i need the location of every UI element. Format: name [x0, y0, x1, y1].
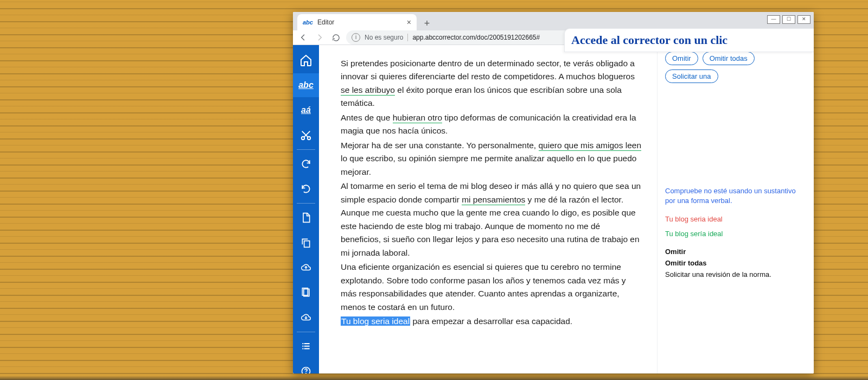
app-root: abc aá Si pretendes posicionarte dentro …: [293, 45, 814, 373]
tab-close-button[interactable]: ×: [407, 18, 411, 27]
svg-point-13: [305, 373, 306, 374]
suggestions-panel: Omitir Omitir todas Solicitar una Compru…: [657, 45, 814, 373]
app-sidebar: abc aá: [293, 45, 319, 373]
action-request-review[interactable]: Solicitar una revisión de la norma.: [665, 270, 806, 278]
insecure-label: No es seguro: [365, 34, 403, 41]
panel-hint: Compruebe no esté usando un sustantivo p…: [665, 186, 806, 205]
text: Antes de que: [341, 113, 393, 122]
svg-point-1: [302, 137, 305, 140]
nav-forward-button[interactable]: [314, 31, 326, 43]
suggestion-original[interactable]: Tu blog seria ideal: [665, 215, 806, 223]
svg-rect-6: [302, 343, 303, 344]
svg-rect-8: [302, 346, 303, 347]
sidebar-divider: [297, 149, 315, 150]
sidebar-help-icon[interactable]: [293, 359, 319, 373]
window-minimize-button[interactable]: —: [767, 15, 780, 24]
sidebar-paste-icon[interactable]: [293, 281, 319, 305]
url-separator: [407, 34, 408, 41]
url-text: app.abccorrector.com/doc/2005191202665#: [412, 34, 540, 41]
chip-omit-all[interactable]: Omitir todas: [703, 52, 755, 65]
sidebar-redo-icon[interactable]: [293, 177, 319, 201]
window-maximize-button[interactable]: ☐: [782, 15, 795, 24]
sidebar-cut-icon[interactable]: [293, 123, 319, 147]
text: Mejorar ha de ser una constante. Yo pers…: [341, 141, 539, 150]
paragraph-4[interactable]: Al tomarme en serio el tema de mi blog d…: [341, 180, 642, 259]
chip-omit[interactable]: Omitir: [665, 52, 698, 65]
window-controls: — ☐ ✕: [767, 15, 810, 24]
correction-mark-1[interactable]: se les atribuyo: [341, 85, 395, 96]
browser-tabstrip: abc Editor × +: [293, 12, 814, 30]
sidebar-home-icon[interactable]: [293, 48, 319, 72]
sidebar-download-icon[interactable]: [293, 306, 319, 330]
taskbar-shadow: [0, 376, 868, 380]
tab-favicon: abc: [303, 19, 313, 26]
chip-request[interactable]: Solicitar una: [665, 69, 718, 83]
sidebar-upload-icon[interactable]: [293, 256, 319, 280]
paragraph-2[interactable]: Antes de que hubieran otro tipo deformas…: [341, 111, 642, 138]
sidebar-divider-3: [297, 332, 315, 332]
paragraph-1[interactable]: Si pretendes posicionarte dentro de un d…: [341, 57, 642, 110]
correction-mark-4[interactable]: mi pensamientos: [462, 195, 525, 205]
correction-mark-3[interactable]: quiero que mis amigos leen: [539, 141, 642, 151]
action-omit-all[interactable]: Omitir todas: [665, 259, 806, 267]
action-omit[interactable]: Omitir: [665, 248, 806, 256]
suggestion-corrected[interactable]: Tu blog sería ideal: [665, 230, 806, 238]
text: para empezar a desarrollar esa capacidad…: [410, 316, 572, 326]
paragraph-6[interactable]: Tu blog seria ideal para empezar a desar…: [341, 315, 642, 328]
paragraph-5[interactable]: Una eficiente organización es esencial s…: [341, 261, 642, 314]
svg-rect-11: [304, 348, 310, 349]
svg-point-2: [308, 137, 311, 140]
tab-title: Editor: [317, 18, 334, 26]
svg-rect-9: [304, 346, 310, 347]
sidebar-newdoc-icon[interactable]: [293, 206, 319, 230]
sidebar-copy-icon[interactable]: [293, 231, 319, 255]
sidebar-abc-icon[interactable]: abc: [293, 73, 319, 97]
svg-rect-3: [304, 241, 310, 248]
text: Si pretendes posicionarte dentro de un d…: [341, 59, 635, 81]
browser-tab-editor[interactable]: abc Editor ×: [297, 14, 417, 30]
browser-window: — ☐ ✕ abc Editor × + i No es seguro app.…: [293, 12, 814, 373]
svg-rect-10: [302, 348, 303, 349]
editor-content[interactable]: Si pretendes posicionarte dentro de un d…: [319, 45, 657, 373]
nav-reload-button[interactable]: [330, 31, 342, 43]
new-tab-button[interactable]: +: [420, 16, 434, 30]
correction-mark-2[interactable]: hubieran otro: [393, 113, 442, 123]
svg-rect-7: [304, 343, 310, 344]
sidebar-list-icon[interactable]: [293, 334, 319, 358]
sidebar-undo-icon[interactable]: [293, 152, 319, 176]
paragraph-3[interactable]: Mejorar ha de ser una constante. Yo pers…: [341, 139, 642, 179]
desktop-background: — ☐ ✕ abc Editor × + i No es seguro app.…: [0, 0, 868, 380]
promo-banner: Accede al corrector con un clic: [564, 28, 814, 52]
sidebar-divider-2: [297, 203, 315, 204]
text: lo que escribo, su opinión siempre me pe…: [341, 154, 636, 176]
window-close-button[interactable]: ✕: [797, 15, 810, 24]
site-info-icon[interactable]: i: [352, 33, 360, 42]
sidebar-accent-icon[interactable]: aá: [293, 98, 319, 122]
nav-back-button[interactable]: [297, 31, 309, 43]
svg-point-12: [302, 368, 310, 374]
panel-chip-row: Omitir Omitir todas Solicitar una: [665, 52, 806, 83]
selected-correction[interactable]: Tu blog seria ideal: [341, 316, 410, 326]
